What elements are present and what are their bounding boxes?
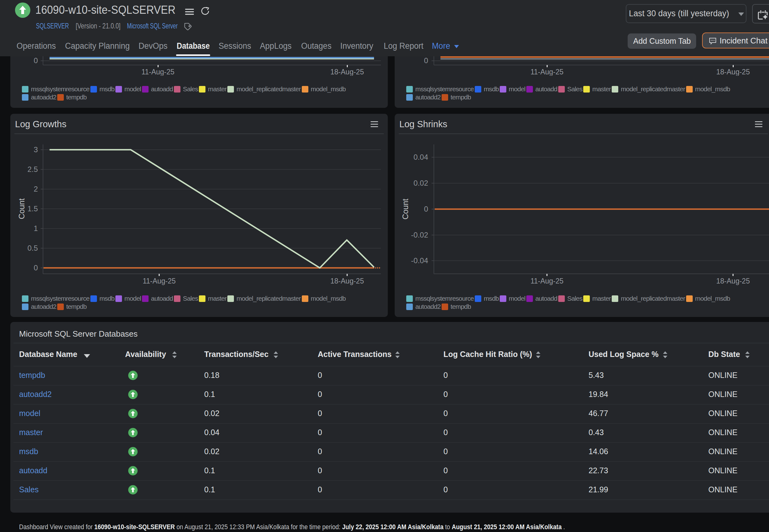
- svg-text:2.5: 2.5: [28, 165, 38, 173]
- svg-text:11-Aug-25: 11-Aug-25: [143, 277, 176, 285]
- svg-text:0: 0: [34, 56, 38, 65]
- svg-text:-0.04: -0.04: [411, 256, 428, 265]
- svg-text:3: 3: [34, 145, 38, 154]
- svg-text:0.5: 0.5: [28, 244, 38, 252]
- svg-text:11-Aug-25: 11-Aug-25: [530, 68, 564, 76]
- svg-text:18-Aug-25: 18-Aug-25: [330, 68, 364, 76]
- svg-text:0: 0: [424, 205, 428, 213]
- svg-text:1.5: 1.5: [28, 204, 38, 213]
- svg-text:0.04: 0.04: [414, 153, 428, 161]
- svg-text:Count: Count: [401, 199, 410, 220]
- svg-text:18-Aug-25: 18-Aug-25: [716, 277, 750, 285]
- svg-text:11-Aug-25: 11-Aug-25: [530, 277, 564, 285]
- svg-text:0: 0: [424, 56, 428, 65]
- svg-text:1: 1: [34, 224, 38, 233]
- svg-text:0.02: 0.02: [414, 179, 428, 187]
- svg-text:18-Aug-25: 18-Aug-25: [716, 68, 750, 76]
- svg-text:2: 2: [34, 185, 38, 193]
- svg-text:Count: Count: [17, 198, 26, 219]
- svg-text:18-Aug-25: 18-Aug-25: [330, 277, 364, 285]
- svg-text:11-Aug-25: 11-Aug-25: [141, 68, 174, 76]
- svg-text:0: 0: [34, 263, 38, 272]
- svg-text:-0.02: -0.02: [411, 231, 428, 239]
